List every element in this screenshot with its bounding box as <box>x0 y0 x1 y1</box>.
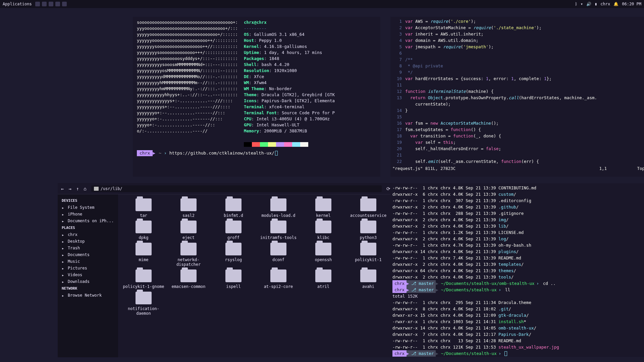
terminal-icon[interactable] <box>49 2 53 6</box>
folder-icon <box>94 187 99 191</box>
folder-icon <box>360 243 376 255</box>
item-icon: ▸ <box>62 219 66 223</box>
folder-item[interactable]: klibc <box>302 221 345 240</box>
sidebar-item[interactable]: ▸Trash <box>58 245 118 251</box>
refresh-button[interactable]: ⟳ <box>386 186 390 191</box>
shell-prompt[interactable]: chrx▶⎇ master▶~/Documents/stealth-ux› <box>392 350 644 357</box>
forward-button[interactable]: → <box>68 186 71 191</box>
folder-icon <box>315 243 331 255</box>
app-icon[interactable] <box>62 2 67 6</box>
folder-icon <box>225 198 241 211</box>
folder-item[interactable]: mime <box>122 243 165 267</box>
folder-item[interactable]: rsyslog <box>212 243 255 267</box>
back-button[interactable]: ← <box>61 186 64 191</box>
bluetooth-icon[interactable]: ᛒ <box>575 2 577 6</box>
item-icon: ▸ <box>62 239 66 243</box>
terminal-neofetch[interactable]: sooooooooooooooooooooooooooooooooooooo+:… <box>133 17 380 177</box>
neofetch-ascii: sooooooooooooooooooooooooooooooooooooo+:… <box>137 19 238 147</box>
volume-icon[interactable]: 🔊 <box>586 2 591 6</box>
folder-item[interactable]: kernel <box>302 198 345 218</box>
files-icon[interactable] <box>35 2 40 6</box>
sidebar-item[interactable]: ▸Pictures <box>58 265 118 272</box>
up-button[interactable]: ↑ <box>76 186 79 191</box>
folder-icon <box>360 269 376 282</box>
fm-sidebar: DEVICES▸File System▸iPhone▸Documents on … <box>58 194 118 357</box>
user-label[interactable]: chrx <box>600 2 610 6</box>
folder-item[interactable]: groff <box>212 221 255 240</box>
item-icon: ▸ <box>62 266 66 270</box>
notifications-icon[interactable]: 🔔 <box>613 2 619 6</box>
folder-item[interactable]: openssh <box>302 243 345 267</box>
sidebar-header: PLACES <box>58 224 118 231</box>
folder-icon <box>270 243 286 255</box>
prompt-arrow-icon: › <box>164 150 167 156</box>
fm-toolbar: ← → ↑ ⌂ /usr/lib/ ⟳ <box>58 183 394 194</box>
sidebar-item[interactable]: ▸Downloads <box>58 278 118 285</box>
item-icon: ▸ <box>62 246 66 250</box>
folder-item[interactable]: python3 <box>347 221 390 240</box>
folder-item[interactable]: accountsservice <box>347 198 390 218</box>
sidebar-item[interactable]: ▸iPhone <box>58 211 118 218</box>
folder-icon <box>270 198 286 211</box>
sidebar-item[interactable]: ▸Desktop <box>58 238 118 245</box>
folder-item[interactable]: eject <box>167 221 210 240</box>
clock[interactable]: 06:20 PM <box>622 2 641 6</box>
home-button[interactable]: ⌂ <box>84 186 86 191</box>
terminal-ls[interactable]: -rw-rw-r-- 1 chrx chrx 4.8K Sep 21 13:39… <box>390 183 644 357</box>
folder-icon <box>136 269 152 282</box>
wifi-icon[interactable]: ▾ <box>581 2 583 6</box>
item-icon: ▸ <box>62 205 66 209</box>
sidebar-item[interactable]: ▸File System <box>58 204 118 211</box>
folder-item[interactable]: dpkg <box>122 221 165 240</box>
folder-item[interactable]: dconf <box>257 243 300 267</box>
app-icon[interactable] <box>55 2 60 6</box>
item-icon: ▸ <box>62 259 66 263</box>
folder-icon <box>136 198 152 211</box>
folder-icon <box>136 292 152 304</box>
folder-item[interactable]: initramfs-tools <box>257 221 300 240</box>
sidebar-item[interactable]: ▸Browse Network <box>58 292 118 299</box>
battery-icon[interactable]: ▮ <box>595 2 597 6</box>
folder-icon <box>315 198 331 211</box>
shell-prompt[interactable]: chrx▶⎇ master▶~/Documents/stealth-ux›ll <box>392 287 644 293</box>
shell-prompt[interactable]: chrx▶⎇ master▶~/Documents/stealth-ux/omb… <box>392 280 644 287</box>
browser-icon[interactable] <box>42 2 47 6</box>
folder-item[interactable]: notification-daemon <box>122 292 165 316</box>
path-text: /usr/lib/ <box>101 186 122 191</box>
folder-item[interactable]: networkd-dispatcher <box>167 243 210 267</box>
folder-item[interactable]: sasl2 <box>167 198 210 218</box>
item-icon: ▸ <box>62 212 66 216</box>
folder-item[interactable]: modules-load.d <box>257 198 300 218</box>
shell-prompt[interactable]: chrx▶ ~ › https://github.com/ctklainow/s… <box>137 150 376 156</box>
folder-icon <box>225 269 241 282</box>
fm-folder-grid: tarsasl2binfmt.dmodules-load.dkernelacco… <box>118 194 394 357</box>
folder-item[interactable]: at-spi2-core <box>257 269 300 289</box>
sidebar-item[interactable]: ▸Music <box>58 258 118 265</box>
item-icon: ▸ <box>62 280 66 284</box>
file-manager: ← → ↑ ⌂ /usr/lib/ ⟳ DEVICES▸File System▸… <box>58 183 394 357</box>
folder-item[interactable]: binfmt.d <box>212 198 255 218</box>
folder-item[interactable]: policykit-1 <box>347 243 390 267</box>
sidebar-item[interactable]: ▸Videos <box>58 272 118 278</box>
folder-item[interactable]: ispell <box>212 269 255 289</box>
folder-icon <box>225 221 241 233</box>
folder-icon <box>225 243 241 255</box>
folder-icon <box>270 269 286 282</box>
folder-item[interactable]: avahi <box>347 269 390 289</box>
editor-vim[interactable]: 1var AWS = require('./core');2var Accept… <box>390 17 644 177</box>
folder-item[interactable]: emacsen-common <box>167 269 210 289</box>
folder-icon <box>180 198 197 211</box>
prompt-hostname: chrx <box>137 150 153 156</box>
sidebar-item[interactable]: ▸Documents on iPh... <box>58 218 118 224</box>
folder-item[interactable]: policykit-1-gnome <box>122 269 165 289</box>
sidebar-item[interactable]: ▸Documents <box>58 251 118 258</box>
folder-icon <box>180 243 197 255</box>
folder-item[interactable]: tar <box>122 198 165 218</box>
sidebar-item[interactable]: ▸chrx <box>58 231 118 238</box>
folder-icon <box>315 221 331 233</box>
folder-item[interactable]: atril <box>302 269 345 289</box>
neofetch-info: chrx@chrx --------- OS: GalliumOS 3.1 x8… <box>244 19 335 147</box>
folder-icon <box>180 221 197 233</box>
path-bar[interactable]: /usr/lib/ <box>91 185 382 192</box>
applications-menu[interactable]: Applications <box>3 2 32 6</box>
